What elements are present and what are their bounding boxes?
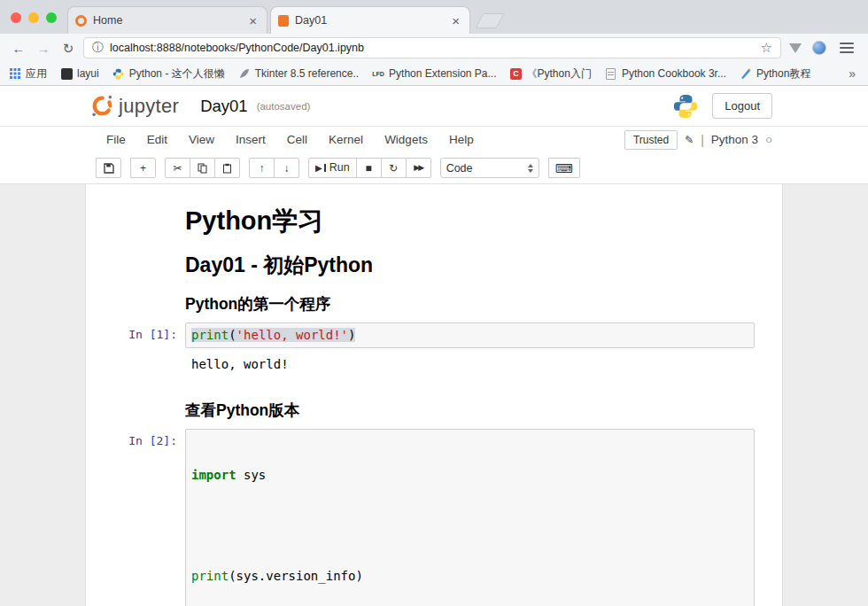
menu-edit[interactable]: Edit — [136, 129, 178, 150]
new-tab-button[interactable] — [475, 13, 504, 28]
bookmark-label: Python - 这个人很懒 — [129, 66, 225, 82]
extension-triangle-icon[interactable] — [789, 43, 802, 53]
output-text-1: hello, world! — [185, 352, 732, 375]
layui-icon — [60, 67, 73, 80]
tab-home-title: Home — [93, 14, 246, 27]
code-token: print — [191, 328, 229, 342]
browser-menu-icon[interactable] — [840, 43, 854, 53]
menu-bar: File Edit View Insert Cell Kernel Widget… — [0, 126, 868, 152]
forward-icon[interactable]: → — [34, 42, 53, 55]
jupyter-header: jupyter Day01 (autosaved) Logout — [0, 86, 868, 126]
run-button[interactable]: ▶Run — [308, 158, 357, 178]
window-controls — [11, 12, 57, 23]
back-icon[interactable]: ← — [9, 42, 28, 55]
close-window-button[interactable] — [11, 12, 21, 23]
run-label: Run — [329, 162, 350, 174]
bookmark-star-icon[interactable]: ☆ — [761, 40, 772, 56]
bookmark-python-blog[interactable]: Python - 这个人很懒 — [112, 66, 225, 82]
code-editor-2[interactable]: import sys print(sys.version_info) print… — [185, 429, 755, 606]
code-token: (sys.version_info) — [229, 569, 363, 583]
bookmarks-overflow-icon[interactable]: » — [845, 66, 859, 81]
code-token: ) — [348, 328, 355, 342]
move-cell-down-button[interactable]: ↓ — [274, 158, 299, 178]
bookmark-csdn[interactable]: C 《Python入门 — [510, 66, 592, 82]
bookmarks-bar: 应用 layui Python - 这个人很懒 Tkinter 8.5 refe… — [0, 62, 868, 86]
bookmark-layui[interactable]: layui — [60, 67, 99, 80]
command-palette-button[interactable]: ⌨ — [548, 158, 580, 178]
reload-icon[interactable]: ↻ — [58, 42, 78, 55]
cut-cell-button[interactable]: ✂ — [165, 158, 190, 178]
markdown-cell-h3a[interactable]: Python的第一个程序 — [86, 283, 782, 319]
selected-code-text: print('hello, world!') — [191, 328, 355, 342]
markdown-cell-h2[interactable]: Day01 - 初始Python — [86, 241, 782, 283]
notebook-heading-3a: Python的第一个程序 — [185, 295, 755, 314]
interrupt-kernel-button[interactable]: ■ — [356, 158, 382, 178]
notebook-heading-1: Python学习 — [185, 206, 755, 236]
notebook-favicon-icon — [278, 15, 289, 27]
bookmark-label: 应用 — [26, 66, 47, 82]
copy-cell-button[interactable] — [190, 158, 215, 178]
cell-type-dropdown[interactable]: Code — [440, 158, 539, 178]
fullscreen-window-button[interactable] — [46, 12, 57, 23]
input-prompt-2: In [2]: — [86, 429, 185, 606]
csdn-c-icon: C — [510, 67, 523, 80]
tab-home[interactable]: Home × — [67, 6, 267, 34]
jupyter-logo-icon — [90, 94, 114, 118]
markdown-cell-h3b[interactable]: 查看Python版本 — [86, 389, 782, 425]
tab-home-close-icon[interactable]: × — [246, 14, 260, 27]
bookmark-tkinter[interactable]: Tkinter 8.5 reference.. — [238, 67, 359, 80]
cell-prompt-empty — [86, 286, 185, 315]
code-cell-2[interactable]: In [2]: import sys print(sys.version_inf… — [86, 425, 782, 606]
bookmark-lfd[interactable]: LFD Python Extension Pa... — [372, 67, 496, 80]
header-right: Logout — [672, 93, 772, 120]
menu-widgets[interactable]: Widgets — [374, 129, 438, 150]
save-button[interactable] — [96, 158, 121, 178]
code-cell-1[interactable]: In [1]: print('hello, world!') — [86, 319, 782, 352]
trusted-badge[interactable]: Trusted — [624, 130, 678, 150]
address-bar[interactable]: ⓘ localhost:8888/notebooks/PythonCode/Da… — [83, 37, 781, 58]
menu-kernel[interactable]: Kernel — [318, 129, 374, 150]
site-info-icon[interactable]: ⓘ — [92, 40, 104, 56]
cell-prompt-empty — [86, 392, 185, 422]
restart-kernel-button[interactable]: ↻ — [381, 158, 407, 178]
dropdown-arrows-icon — [528, 164, 533, 173]
extension-globe-icon[interactable] — [812, 41, 826, 55]
move-cell-up-button[interactable]: ↑ — [249, 158, 275, 178]
bookmark-cookbook[interactable]: Python Cookbook 3r... — [605, 67, 726, 80]
menubar-right: Trusted ✎ | Python 3 ○ — [624, 130, 772, 150]
code-editor-1[interactable]: print('hello, world!') — [185, 322, 755, 348]
bookmark-label: Tkinter 8.5 reference.. — [255, 67, 359, 80]
code-blank-line — [191, 517, 748, 534]
code-token: print — [191, 569, 229, 583]
bookmark-apps[interactable]: 应用 — [9, 66, 47, 82]
separator: | — [701, 133, 704, 147]
bookmark-tutorial[interactable]: Python教程 — [740, 66, 810, 82]
jupyter-favicon-icon — [75, 15, 87, 27]
notebook-title[interactable]: Day01 — [200, 97, 247, 116]
output-cell-1: hello, world! — [86, 352, 782, 377]
tab-day01-close-icon[interactable]: × — [449, 14, 462, 27]
bookmark-label: Python教程 — [756, 66, 810, 82]
cell-prompt-empty — [86, 245, 185, 279]
menu-view[interactable]: View — [178, 129, 225, 150]
python-header-logo-icon — [672, 93, 699, 120]
logout-button[interactable]: Logout — [712, 93, 772, 119]
add-cell-button[interactable]: + — [130, 158, 156, 178]
tab-day01[interactable]: Day01 × — [270, 6, 470, 34]
kernel-status-icon: ○ — [765, 133, 772, 146]
paste-cell-button[interactable] — [214, 158, 240, 178]
minimize-window-button[interactable] — [28, 12, 39, 23]
menu-cell[interactable]: Cell — [276, 129, 318, 150]
jupyter-logo[interactable]: jupyter — [90, 94, 179, 118]
menu-file[interactable]: File — [96, 129, 136, 150]
jupyter-brand-text: jupyter — [119, 95, 179, 118]
notebook-scroll-area[interactable]: Python学习 Day01 - 初始Python Python的第一个程序 I… — [0, 184, 868, 606]
paste-clipboard-icon — [222, 163, 232, 174]
restart-run-all-button[interactable]: ▶▶ — [406, 158, 431, 178]
markdown-cell-h1[interactable]: Python学习 — [86, 198, 782, 241]
kernel-name: Python 3 — [711, 133, 758, 146]
tab-day01-title: Day01 — [295, 14, 449, 27]
menu-help[interactable]: Help — [438, 129, 484, 150]
checkpoint-status: (autosaved) — [257, 101, 311, 112]
menu-insert[interactable]: Insert — [225, 129, 276, 150]
